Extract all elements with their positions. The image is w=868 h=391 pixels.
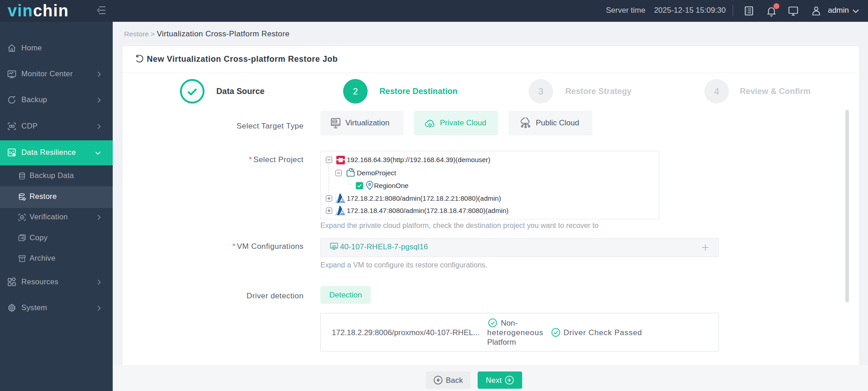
svg-text:vm: vm (333, 120, 337, 123)
svg-text:vm: vm (332, 244, 336, 247)
